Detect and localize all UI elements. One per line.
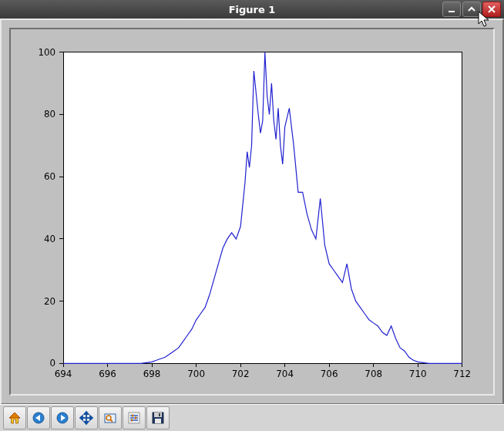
close-icon xyxy=(487,5,496,14)
save-icon xyxy=(151,411,165,425)
configure-subplots-button[interactable] xyxy=(123,406,146,429)
window-buttons xyxy=(442,2,504,17)
svg-text:700: 700 xyxy=(187,369,205,379)
home-button[interactable] xyxy=(3,406,26,429)
arrow-right-icon xyxy=(55,411,69,425)
svg-marker-48 xyxy=(85,412,89,414)
forward-button[interactable] xyxy=(51,406,74,429)
move-icon xyxy=(79,411,93,425)
save-button[interactable] xyxy=(146,406,170,429)
close-button[interactable] xyxy=(482,2,501,17)
arrow-left-icon xyxy=(32,411,45,425)
svg-text:0: 0 xyxy=(50,358,56,369)
svg-rect-3 xyxy=(63,52,462,364)
svg-text:694: 694 xyxy=(55,369,72,379)
chevron-up-icon xyxy=(467,5,476,14)
svg-text:698: 698 xyxy=(143,369,161,379)
home-icon xyxy=(8,411,22,425)
minimize-button[interactable] xyxy=(442,2,461,17)
svg-text:702: 702 xyxy=(232,369,250,379)
zoom-button[interactable] xyxy=(99,406,122,429)
svg-rect-60 xyxy=(135,417,136,419)
chart: 6946966987007027047067087107120204060801… xyxy=(11,29,493,394)
svg-marker-50 xyxy=(80,416,82,420)
svg-rect-65 xyxy=(155,419,161,423)
svg-rect-63 xyxy=(154,412,162,417)
svg-text:706: 706 xyxy=(321,369,338,379)
svg-text:696: 696 xyxy=(99,369,116,379)
svg-text:80: 80 xyxy=(44,109,55,120)
svg-text:20: 20 xyxy=(44,296,55,307)
figure-window: Figure 1 6946966987007027047067087107120… xyxy=(0,0,504,431)
nav-toolbar xyxy=(0,404,504,431)
svg-marker-41 xyxy=(9,412,20,418)
svg-rect-61 xyxy=(131,419,133,422)
svg-text:710: 710 xyxy=(409,369,427,379)
sliders-icon xyxy=(127,411,141,425)
zoom-rect-icon xyxy=(103,411,117,425)
svg-rect-59 xyxy=(132,415,133,417)
svg-marker-49 xyxy=(85,422,89,424)
client-area: 6946966987007027047067087107120204060801… xyxy=(0,19,504,405)
canvas-frame: 6946966987007027047067087107120204060801… xyxy=(9,28,495,396)
svg-text:40: 40 xyxy=(44,234,55,244)
window-title: Figure 1 xyxy=(0,4,504,15)
minimize-icon xyxy=(447,5,456,14)
maximize-button[interactable] xyxy=(462,2,481,17)
pan-button[interactable] xyxy=(75,406,98,429)
svg-rect-64 xyxy=(159,413,160,416)
title-bar: Figure 1 xyxy=(0,0,504,19)
back-button[interactable] xyxy=(27,406,50,429)
svg-text:100: 100 xyxy=(38,47,55,58)
svg-marker-51 xyxy=(90,416,92,420)
svg-text:704: 704 xyxy=(276,369,294,379)
svg-text:712: 712 xyxy=(453,369,471,379)
svg-text:708: 708 xyxy=(365,369,382,379)
svg-text:60: 60 xyxy=(44,171,55,182)
